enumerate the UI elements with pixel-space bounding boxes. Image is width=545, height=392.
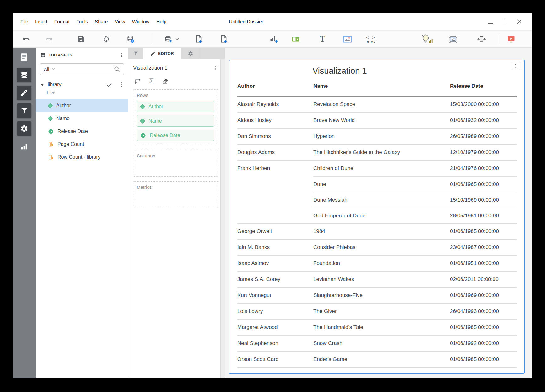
author-cell[interactable]: Lois Lowry [237, 304, 313, 319]
name-cell[interactable]: Leviathan Wakes [313, 276, 450, 283]
name-cell[interactable]: The Giver [313, 308, 450, 315]
author-cell[interactable]: Aldous Huxley [237, 113, 313, 128]
author-cell[interactable]: Frank Herbert [237, 161, 313, 223]
sigma-icon[interactable]: Σ [149, 77, 154, 85]
name-cell[interactable]: Children of Dune [313, 165, 450, 172]
dataset-menu-button[interactable] [120, 81, 124, 88]
release-date-cell[interactable]: 02/03/2004 00:00:00 [450, 372, 517, 374]
name-cell[interactable]: Pandora's Star [313, 372, 450, 374]
rows-chip-name[interactable]: Name [137, 115, 214, 127]
author-cell[interactable]: Neal Stephenson [237, 336, 313, 351]
table-row[interactable]: Hyperion26/05/1989 00:00:00 [313, 129, 517, 144]
table-row[interactable]: Children of Dune21/04/1976 00:00:00 [313, 161, 517, 176]
add-data-chevron[interactable] [174, 33, 180, 45]
visualization-menu-button[interactable] [214, 64, 218, 72]
author-cell[interactable]: Isaac Asimov [237, 256, 313, 271]
tab-filter[interactable] [128, 48, 143, 59]
table-row[interactable]: Dune Messiah15/10/1969 00:00:00 [313, 192, 517, 208]
name-cell[interactable]: Dune [313, 181, 450, 188]
name-cell[interactable]: Snow Crash [313, 340, 450, 347]
menu-share[interactable]: Share [91, 17, 111, 26]
table-row[interactable]: Foundation01/06/1951 00:00:00 [313, 256, 517, 271]
table-row[interactable]: Revelation Space15/03/2000 00:00:00 [313, 97, 517, 112]
release-date-cell[interactable]: 21/04/1976 00:00:00 [450, 165, 517, 172]
author-cell[interactable]: Alastair Reynolds [237, 97, 313, 112]
chevron-down-icon[interactable] [52, 68, 55, 70]
menu-file[interactable]: File [17, 17, 32, 26]
save-button[interactable] [75, 33, 87, 45]
author-cell[interactable]: Peter F. Hamilton [237, 368, 313, 374]
table-row[interactable]: God Emperor of Dune28/05/1981 00:00:00 [313, 208, 517, 223]
release-date-cell[interactable]: 01/06/1969 00:00:00 [450, 292, 517, 299]
release-date-cell[interactable]: 26/05/1989 00:00:00 [450, 133, 517, 140]
free-form-layout-button[interactable] [447, 33, 459, 45]
dataset-field-release-date[interactable]: Release Date [36, 125, 128, 138]
rail-visualizations-button[interactable] [17, 139, 31, 154]
author-cell[interactable]: Iain M. Banks [237, 240, 313, 255]
dataset-library-row[interactable]: library [36, 79, 128, 89]
name-cell[interactable]: Dune Messiah [313, 197, 450, 203]
table-row[interactable]: The Hitchhiker's Guide to the Galaxy12/1… [313, 145, 517, 160]
menu-insert[interactable]: Insert [32, 17, 51, 26]
name-cell[interactable]: Foundation [313, 260, 450, 267]
add-html-button[interactable]: < > HTML [364, 33, 378, 45]
close-button[interactable] [512, 16, 526, 28]
table-row[interactable]: Leviathan Wakes02/06/2011 00:00:00 [313, 272, 517, 287]
dataset-field-author[interactable]: Author [36, 99, 128, 112]
name-cell[interactable]: Revelation Space [313, 101, 450, 108]
rail-filter-button[interactable] [17, 103, 31, 118]
add-image-button[interactable] [342, 33, 353, 45]
rail-edit-button[interactable] [17, 86, 31, 100]
release-date-cell[interactable]: 23/04/1987 00:00:00 [450, 244, 517, 251]
fit-to-window-button[interactable] [476, 33, 488, 45]
table-row[interactable]: Snow Crash01/06/1992 00:00:00 [313, 336, 517, 351]
tab-editor[interactable]: EDITOR [143, 48, 181, 59]
release-date-cell[interactable]: 26/04/1993 00:00:00 [450, 308, 517, 315]
dataset-filter-value[interactable]: All [44, 66, 49, 72]
refresh-button[interactable] [100, 33, 112, 45]
columns-drop-zone[interactable]: Columns [133, 150, 218, 177]
editor-scrollbar-track[interactable] [220, 59, 225, 378]
dataset-status-button[interactable] [125, 33, 137, 45]
dataset-name[interactable]: library [48, 82, 62, 87]
table-row[interactable]: Pandora's Star02/03/2004 00:00:00 [313, 368, 517, 374]
release-date-cell[interactable]: 15/10/1969 00:00:00 [450, 197, 517, 203]
metrics-drop-zone[interactable]: Metrics [133, 181, 218, 208]
insights-button[interactable] [419, 33, 435, 45]
menu-help[interactable]: Help [153, 17, 170, 26]
minimize-button[interactable] [483, 16, 498, 28]
table-row[interactable]: Consider Phlebas23/04/1987 00:00:00 [313, 240, 517, 255]
author-cell[interactable]: Kurt Vonnegut [237, 288, 313, 303]
author-cell[interactable]: Dan Simmons [237, 129, 313, 144]
presentation-mode-button[interactable] [505, 33, 517, 45]
menu-tools[interactable]: Tools [73, 17, 91, 26]
release-date-cell[interactable]: 01/06/1932 00:00:00 [450, 117, 517, 124]
visualization-card[interactable]: Visualization 1 AuthorNameRelease Date A… [229, 60, 525, 374]
column-header-release-date[interactable]: Release Date [450, 83, 517, 89]
maximize-button[interactable] [498, 16, 512, 28]
author-cell[interactable]: Margaret Atwood [237, 320, 313, 335]
card-menu-button[interactable] [512, 62, 520, 70]
table-row[interactable]: The Giver26/04/1993 00:00:00 [313, 304, 517, 319]
add-text-button[interactable]: T [316, 33, 328, 45]
name-cell[interactable]: Slaughterhouse-Five [313, 292, 450, 299]
name-cell[interactable]: God Emperor of Dune [313, 213, 450, 219]
rail-contents-button[interactable] [17, 50, 31, 64]
rail-settings-button[interactable] [17, 121, 31, 136]
add-data-button[interactable] [162, 33, 174, 45]
add-visualization-button[interactable] [268, 33, 280, 45]
redo-button[interactable] [43, 33, 55, 45]
table-row[interactable]: Brave New World01/06/1932 00:00:00 [313, 113, 517, 128]
name-cell[interactable]: Brave New World [313, 117, 450, 124]
eraser-icon[interactable] [162, 77, 169, 85]
table-row[interactable]: Slaughterhouse-Five01/06/1969 00:00:00 [313, 288, 517, 303]
author-cell[interactable]: James S.A. Corey [237, 272, 313, 287]
rows-chip-release-date[interactable]: Release Date [137, 130, 214, 141]
menu-window[interactable]: Window [129, 17, 153, 26]
menu-format[interactable]: Format [51, 17, 73, 26]
new-chapter-button[interactable] [218, 33, 229, 45]
rows-chip-author[interactable]: Author [137, 101, 214, 112]
release-date-cell[interactable]: 12/10/1979 00:00:00 [450, 149, 517, 156]
dataset-field-page-count[interactable]: Page Count [36, 138, 128, 151]
table-row[interactable]: 198401/06/1985 00:00:00 [313, 224, 517, 239]
